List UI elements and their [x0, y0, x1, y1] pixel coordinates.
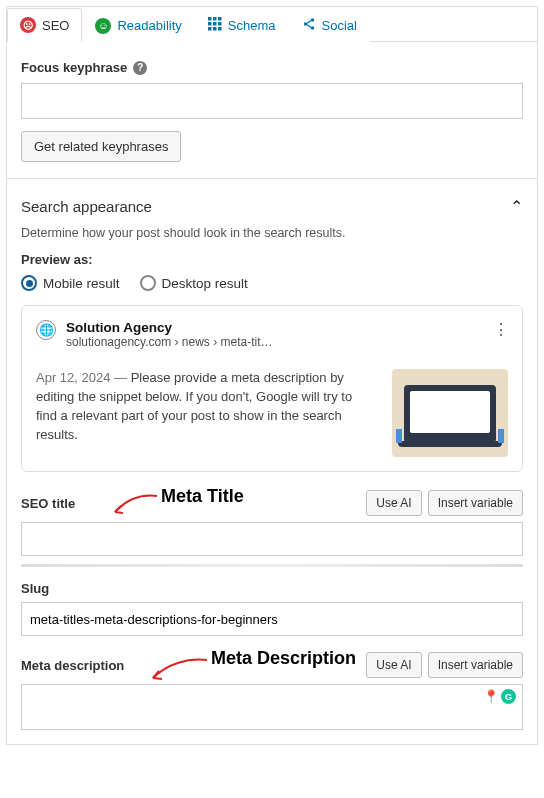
get-related-keyphrases-button[interactable]: Get related keyphrases [21, 131, 181, 162]
svg-rect-4 [213, 22, 217, 26]
preview-site-url: solutionagency.com › news › meta-tit… [66, 335, 273, 349]
more-options-icon[interactable]: ⋮ [493, 320, 510, 339]
tab-schema[interactable]: Schema [195, 8, 289, 42]
preview-thumbnail [392, 369, 508, 457]
focus-keyphrase-input[interactable] [21, 83, 523, 119]
preview-separator: — [110, 370, 130, 385]
search-appearance-description: Determine how your post should look in t… [21, 226, 523, 240]
progress-divider [21, 564, 523, 567]
svg-point-10 [303, 22, 307, 26]
tab-seo-label: SEO [42, 18, 69, 33]
svg-rect-7 [213, 27, 217, 31]
help-icon[interactable]: ? [133, 61, 147, 75]
frown-icon: ☹ [20, 17, 36, 33]
tab-seo[interactable]: ☹ SEO [7, 8, 82, 42]
svg-rect-3 [208, 22, 212, 26]
svg-point-11 [310, 26, 314, 30]
preview-as-label: Preview as: [21, 252, 93, 267]
meta-description-input[interactable]: 📍 G [21, 684, 523, 730]
preview-date: Apr 12, 2024 [36, 370, 110, 385]
meta-description-use-ai-button[interactable]: Use AI [366, 652, 421, 678]
slug-input[interactable] [21, 602, 523, 636]
radio-mobile-label: Mobile result [43, 276, 120, 291]
location-pin-icon: 📍 [483, 689, 498, 704]
radio-mobile-result[interactable]: Mobile result [21, 275, 120, 291]
radio-checked-icon [21, 275, 37, 291]
share-icon [302, 17, 316, 34]
focus-keyphrase-label: Focus keyphrase [21, 60, 127, 75]
meta-description-label: Meta description [21, 658, 124, 673]
svg-rect-5 [218, 22, 222, 26]
svg-rect-8 [218, 27, 222, 31]
seo-title-input[interactable] [21, 522, 523, 556]
svg-rect-1 [213, 17, 217, 21]
smile-icon: ☺ [95, 18, 111, 34]
radio-unchecked-icon [140, 275, 156, 291]
tab-readability-label: Readability [117, 18, 181, 33]
search-appearance-header[interactable]: Search appearance ⌃ [21, 195, 523, 218]
tab-social-label: Social [322, 18, 357, 33]
chevron-up-icon: ⌃ [510, 197, 523, 216]
tab-social[interactable]: Social [289, 8, 370, 42]
tab-readability[interactable]: ☺ Readability [82, 8, 194, 42]
svg-rect-0 [208, 17, 212, 21]
slug-label: Slug [21, 581, 523, 596]
radio-desktop-result[interactable]: Desktop result [140, 275, 248, 291]
svg-rect-2 [218, 17, 222, 21]
preview-site-name: Solution Agency [66, 320, 273, 335]
meta-description-insert-variable-button[interactable]: Insert variable [428, 652, 523, 678]
radio-desktop-label: Desktop result [162, 276, 248, 291]
seo-title-use-ai-button[interactable]: Use AI [366, 490, 421, 516]
svg-rect-6 [208, 27, 212, 31]
globe-icon: 🌐 [36, 320, 56, 340]
seo-title-label: SEO title [21, 496, 75, 511]
search-appearance-title: Search appearance [21, 198, 152, 215]
seo-title-insert-variable-button[interactable]: Insert variable [428, 490, 523, 516]
tab-schema-label: Schema [228, 18, 276, 33]
svg-point-9 [310, 18, 314, 22]
search-preview-card: 🌐 Solution Agency solutionagency.com › n… [21, 305, 523, 472]
tabs-bar: ☹ SEO ☺ Readability Schema Social [7, 7, 537, 42]
grammarly-icon: G [501, 689, 516, 704]
grid-icon [208, 17, 222, 34]
